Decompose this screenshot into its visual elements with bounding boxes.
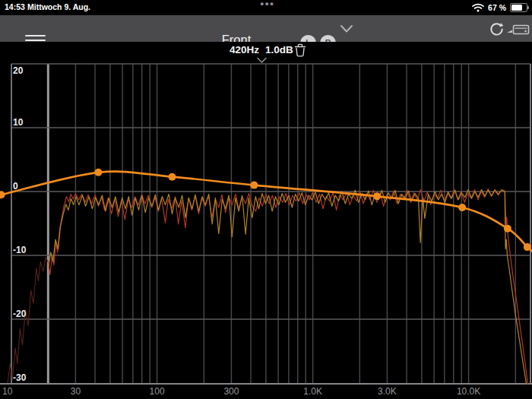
eq-control-point-4[interactable] [373, 192, 381, 200]
eq-control-point-selected[interactable] [250, 182, 258, 189]
app-screen: 14:53 Mittwoch 9. Aug. ●●● 67 % Front L … [0, 0, 532, 399]
y-tick-label-10: 10 [13, 117, 23, 128]
x-tick-label-10.0K: 10.0K [450, 386, 488, 397]
grid [0, 64, 532, 384]
y-tick-label-0: 0 [13, 181, 18, 192]
y-tick-label--10: -10 [13, 245, 26, 255]
y-tick-label--30: -30 [13, 372, 26, 383]
trace-measured-left [48, 189, 528, 387]
x-tick-label-3.0K: 3.0K [368, 386, 406, 397]
trace-measured-sub20 [8, 258, 48, 384]
y-tick-label-20: 20 [13, 65, 23, 76]
x-tick-label-100: 100 [138, 386, 176, 397]
eq-control-point-1[interactable] [94, 169, 102, 176]
y-tick-label--20: -20 [13, 309, 26, 319]
eq-control-point-2[interactable] [169, 173, 176, 181]
x-tick-label-30: 30 [56, 386, 94, 397]
eq-control-point-7[interactable] [524, 243, 531, 251]
eq-control-point-0[interactable] [0, 191, 5, 198]
trace-measured-right [48, 190, 527, 390]
x-tick-label-10: 10 [2, 386, 12, 397]
frequency-response-chart[interactable] [0, 0, 532, 399]
x-tick-label-300: 300 [212, 386, 250, 397]
eq-control-point-6[interactable] [504, 225, 511, 233]
eq-control-point-5[interactable] [458, 204, 466, 211]
x-tick-label-1.0K: 1.0K [294, 386, 332, 397]
measured-traces [8, 189, 528, 390]
